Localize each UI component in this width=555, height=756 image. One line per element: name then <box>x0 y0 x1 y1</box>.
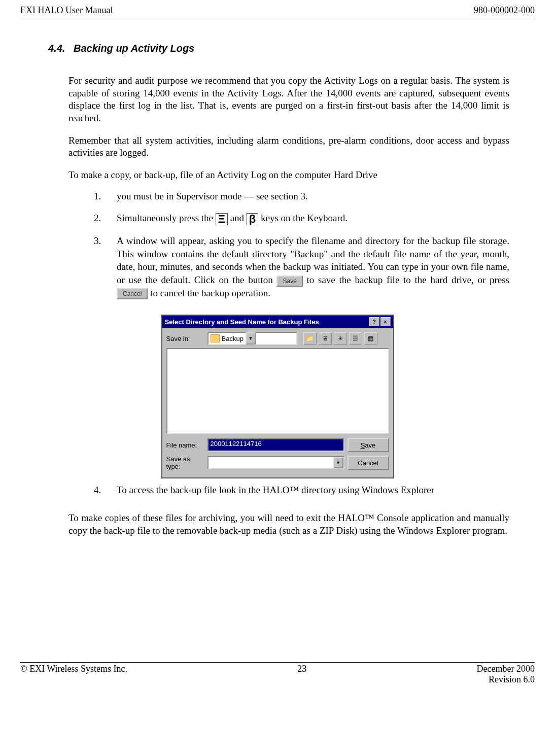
key-xi-icon: Ξ <box>216 213 228 225</box>
header-right: 980-000002-000 <box>474 5 535 16</box>
help-button[interactable]: ? <box>369 317 379 326</box>
section-title-text: Backing up Activity Logs <box>74 43 194 54</box>
section-heading: 4.4. Backing up Activity Logs <box>48 43 535 54</box>
saveastype-dropdown[interactable]: ▼ <box>207 456 344 469</box>
dialog-titlebar: Select Directory and Seed Name for Backu… <box>162 316 393 328</box>
chevron-down-icon[interactable]: ▼ <box>333 457 343 468</box>
save-in-label: Save in: <box>166 335 204 342</box>
header-left: EXI HALO User Manual <box>20 5 113 16</box>
chevron-down-icon[interactable]: ▼ <box>246 332 256 345</box>
step-4-text: To access the back-up file look in the H… <box>117 484 509 497</box>
paragraph-2: Remember that all system activities, inc… <box>68 134 509 159</box>
close-button[interactable]: × <box>380 317 391 326</box>
step-2-text: Simultaneously press the Ξ and β keys on… <box>117 212 509 225</box>
inline-save-button: Save <box>276 276 302 287</box>
step-1-text: you must be in Supervisor mode — see sec… <box>117 190 509 203</box>
paragraph-3: To make a copy, or back-up, file of an A… <box>68 169 509 182</box>
new-folder-icon[interactable]: ✳ <box>334 332 347 345</box>
dialog-title-text: Select Directory and Seed Name for Backu… <box>165 318 319 326</box>
section-number: 4.4. <box>48 43 65 54</box>
step-3-text: A window will appear, asking you to spec… <box>117 234 509 299</box>
step-3: 3. A window will appear, asking you to s… <box>94 234 509 299</box>
folder-icon <box>211 334 220 342</box>
save-in-dropdown[interactable]: Backup ▼ <box>207 332 297 345</box>
step-1-number: 1. <box>94 190 117 203</box>
page-header: EXI HALO User Manual 980-000002-000 <box>20 5 535 17</box>
footer-date: December 2000 <box>477 664 535 674</box>
cancel-button[interactable]: Cancel <box>348 456 389 470</box>
save-dialog: Select Directory and Seed Name for Backu… <box>161 315 394 478</box>
saveastype-label: Save as type: <box>166 455 204 470</box>
page-footer: © EXI Wireless Systems Inc. 23 December … <box>0 663 555 685</box>
footer-page-number: 23 <box>297 664 306 685</box>
up-folder-icon[interactable]: 📁 <box>303 332 317 345</box>
key-beta-icon: β <box>247 213 258 225</box>
paragraph-1: For security and audit purpose we recomm… <box>68 75 509 125</box>
step-4-number: 4. <box>94 484 117 497</box>
step-1: 1. you must be in Supervisor mode — see … <box>94 190 509 203</box>
desktop-icon[interactable]: 🖥 <box>319 332 332 345</box>
save-button[interactable]: Save <box>348 438 389 452</box>
filename-input[interactable]: 20001122114716 <box>207 438 344 452</box>
file-list[interactable] <box>166 348 389 434</box>
step-4: 4. To access the back-up file look in th… <box>94 484 509 497</box>
step-2: 2. Simultaneously press the Ξ and β keys… <box>94 212 509 225</box>
details-view-icon[interactable]: ▦ <box>364 332 377 345</box>
filename-label: File name: <box>166 441 204 449</box>
footer-left: © EXI Wireless Systems Inc. <box>20 664 127 685</box>
paragraph-4: To make copies of these files for archiv… <box>68 512 509 537</box>
list-view-icon[interactable]: ☰ <box>349 332 362 345</box>
footer-revision: Revision 6.0 <box>489 674 535 684</box>
step-3-number: 3. <box>94 234 117 299</box>
inline-cancel-button: Cancel <box>117 288 148 299</box>
step-2-number: 2. <box>94 212 117 225</box>
save-in-value: Backup <box>222 335 244 342</box>
